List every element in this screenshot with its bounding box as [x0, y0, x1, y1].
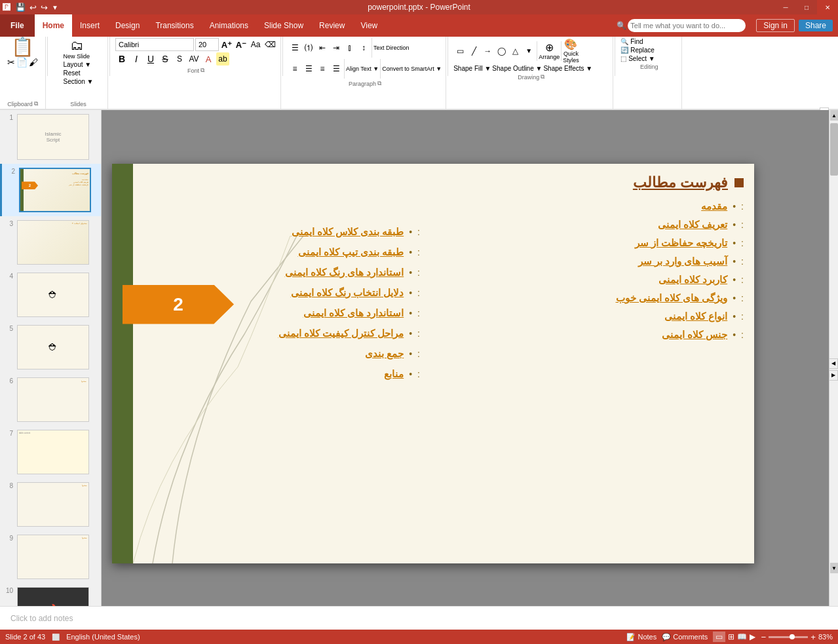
reading-view-button[interactable]: 📖	[737, 632, 747, 641]
clear-format-button[interactable]: ⌫	[263, 38, 276, 51]
increase-font-button[interactable]: A⁺	[220, 38, 233, 51]
section-button[interactable]: Section ▼	[63, 78, 93, 85]
h-scroll-icon[interactable]: ◀	[829, 358, 838, 369]
zoom-out-button[interactable]: −	[761, 632, 766, 642]
restore-button[interactable]: □	[796, 0, 817, 14]
notes-area[interactable]: Click to add notes	[0, 606, 838, 630]
bold-button[interactable]: B	[115, 52, 128, 66]
minimize-button[interactable]: ─	[775, 0, 796, 14]
italic-button[interactable]: I	[130, 52, 143, 66]
customize-qa-button[interactable]: ▼	[52, 4, 58, 11]
slide-thumb-6[interactable]: 6 محتوا	[0, 373, 101, 426]
format-painter-button[interactable]: 🖌	[29, 57, 38, 67]
change-case-button[interactable]: Aa	[249, 38, 262, 51]
slide-thumb-7[interactable]: 7 table content	[0, 426, 101, 478]
cut-button[interactable]: ✂	[7, 57, 15, 67]
menu-slideshow[interactable]: Slide Show	[256, 14, 311, 37]
vertical-scrollbar[interactable]: ▲ ▼ ◀ ▶	[829, 110, 838, 606]
signin-button[interactable]: Sign in	[756, 19, 795, 32]
justify-button[interactable]: ☰	[330, 62, 343, 75]
menu-animations[interactable]: Animations	[202, 14, 256, 37]
share-button[interactable]: Share	[799, 20, 833, 31]
h-scroll-icon2[interactable]: ▶	[829, 370, 838, 381]
quick-styles-button[interactable]: 🎨 QuickStyles	[563, 38, 579, 64]
font-expand-icon[interactable]: ⧉	[200, 67, 204, 74]
slide-sorter-button[interactable]: ⊞	[728, 632, 734, 641]
notes-icon: 📝	[626, 633, 636, 641]
zoom-in-button[interactable]: +	[810, 632, 816, 642]
normal-view-button[interactable]: ▭	[713, 632, 725, 642]
text-direction-button[interactable]: Text Direction	[373, 45, 409, 51]
slide-thumb-3[interactable]: 3 محتوای اسلاید ۳	[0, 216, 101, 269]
menu-home[interactable]: Home	[35, 14, 72, 37]
paste-button[interactable]: 📋	[11, 38, 34, 56]
numbering-button[interactable]: ⑴	[302, 41, 315, 54]
convert-smartart-button[interactable]: Convert to SmartArt ▼	[382, 66, 442, 72]
slide-thumb-1[interactable]: 1 IslamicScript	[0, 110, 101, 164]
align-right-button[interactable]: ≡	[316, 62, 329, 75]
redo-button[interactable]: ↪	[41, 3, 48, 12]
align-left-button[interactable]: ≡	[288, 62, 301, 75]
oval-shape[interactable]: ◯	[495, 45, 508, 58]
decrease-font-button[interactable]: A⁻	[235, 38, 248, 51]
shape-fill-button[interactable]: Shape Fill ▼	[453, 65, 491, 72]
align-center-button[interactable]: ☰	[302, 62, 315, 75]
font-color-button[interactable]: A	[202, 52, 215, 66]
text-highlight-button[interactable]: ab	[216, 52, 229, 66]
scrollbar-thumb[interactable]	[830, 123, 838, 176]
menu-insert[interactable]: Insert	[72, 14, 107, 37]
decrease-indent-button[interactable]: ⇤	[316, 41, 329, 54]
search-icon: 🔍	[617, 21, 626, 30]
rectangle-shape[interactable]: ▭	[453, 45, 467, 58]
notes-button[interactable]: 📝 Notes	[626, 633, 657, 641]
find-button[interactable]: 🔍Find	[620, 38, 677, 45]
align-text-button[interactable]: Align Text ▼	[346, 66, 379, 72]
more-shapes[interactable]: ▼	[522, 45, 535, 58]
comments-button[interactable]: 💬 Comments	[662, 633, 708, 641]
shadow-button[interactable]: S	[173, 52, 186, 66]
slide-thumb-10[interactable]: 10 🔥	[0, 583, 101, 606]
copy-button[interactable]: 📄	[16, 57, 28, 67]
slide-thumb-9[interactable]: 9 محتوا	[0, 531, 101, 583]
arrange-button[interactable]: ⊕ Arrange	[539, 41, 560, 60]
columns-button[interactable]: ⫿	[343, 41, 356, 54]
tell-me-input[interactable]	[628, 19, 746, 32]
line-shape[interactable]: ╱	[467, 45, 480, 58]
slide-thumb-2[interactable]: 2 2 فهرست مطالب مقدمهتعریف کلاه ایمنیتار…	[0, 164, 101, 216]
bullets-button[interactable]: ☰	[288, 41, 301, 54]
menu-transitions[interactable]: Transitions	[147, 14, 201, 37]
undo-button[interactable]: ↩	[29, 3, 37, 12]
line-spacing-button[interactable]: ↕	[357, 41, 370, 54]
reset-button[interactable]: Reset	[63, 69, 80, 77]
slide-thumb-4[interactable]: 4 ⛑	[0, 269, 101, 321]
drawing-label: Drawing	[518, 74, 539, 81]
arrow-shape[interactable]: →	[481, 45, 494, 58]
slide-thumb-8[interactable]: 8 محتوا	[0, 478, 101, 531]
layout-button[interactable]: Layout ▼	[63, 61, 91, 68]
font-name-box[interactable]: Calibri	[115, 38, 194, 51]
increase-indent-button[interactable]: ⇥	[330, 41, 343, 54]
save-button[interactable]: 💾	[16, 3, 26, 12]
shape-outline-button[interactable]: Shape Outline ▼	[492, 65, 542, 72]
menu-file[interactable]: File	[0, 14, 35, 37]
slideshow-button[interactable]: ▶	[750, 632, 755, 641]
menu-view[interactable]: View	[352, 14, 385, 37]
drawing-expand-icon[interactable]: ⧉	[541, 73, 544, 81]
replace-button[interactable]: 🔄Replace	[620, 47, 677, 54]
char-spacing-button[interactable]: AV	[187, 52, 200, 66]
paragraph-expand-icon[interactable]: ⧉	[377, 80, 381, 87]
new-slide-button[interactable]: 🗂 New Slide	[63, 38, 90, 60]
shape-effects-button[interactable]: Shape Effects ▼	[543, 65, 592, 72]
slide-info-icon: ⬜	[52, 634, 60, 641]
zoom-slider[interactable]	[769, 636, 808, 638]
select-button[interactable]: ⬚Select ▼	[620, 55, 677, 62]
strikethrough-button[interactable]: S	[159, 52, 172, 66]
menu-review[interactable]: Review	[311, 14, 352, 37]
underline-button[interactable]: U	[144, 52, 157, 66]
menu-design[interactable]: Design	[107, 14, 147, 37]
slide-thumb-5[interactable]: 5 ⛑	[0, 321, 101, 373]
clipboard-expand-icon[interactable]: ⧉	[34, 100, 38, 107]
close-button[interactable]: ✕	[817, 0, 838, 14]
font-size-box[interactable]: 20	[195, 38, 219, 51]
triangle-shape[interactable]: △	[508, 45, 522, 58]
